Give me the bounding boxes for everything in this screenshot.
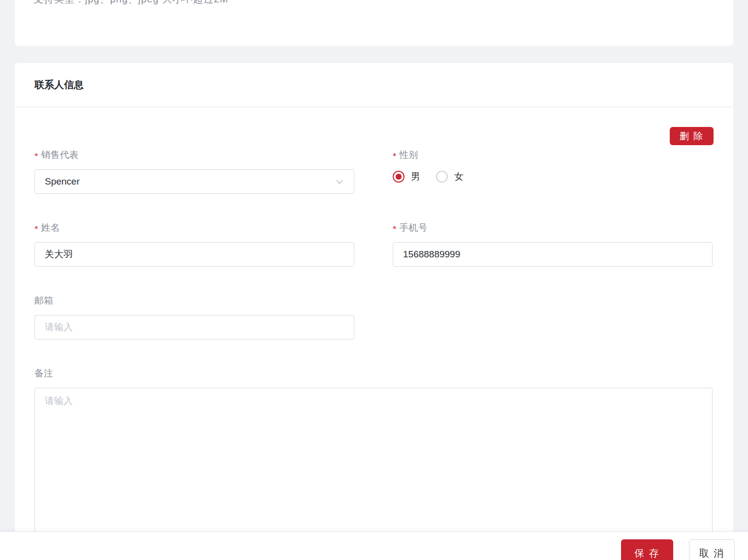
sales-rep-selected-value: Spencer [45, 176, 80, 187]
phone-label-text: 手机号 [399, 221, 427, 234]
email-label-text: 邮箱 [34, 294, 53, 307]
gender-radio-female[interactable]: 女 [436, 170, 464, 183]
contact-info-card: 联系人信息 删 除 * 销售代表 Spencer [15, 63, 733, 560]
email-input[interactable] [34, 315, 354, 340]
upload-card: 支持类型：jpg、png、jpeg 大小不超过2M [15, 0, 733, 46]
radio-unselected-icon [436, 171, 448, 183]
remark-label: 备注 [34, 368, 713, 379]
gender-radio-group: 男 女 [393, 169, 713, 184]
card-title: 联系人信息 [34, 78, 84, 92]
contact-form: * 销售代表 Spencer * [34, 149, 714, 560]
required-asterisk: * [393, 152, 396, 161]
form-item-sales-rep: * 销售代表 Spencer [34, 149, 354, 194]
card-header: 联系人信息 [15, 63, 733, 107]
form-item-name: * 姓名 [34, 222, 354, 267]
required-asterisk: * [34, 152, 38, 161]
gender-label-text: 性别 [399, 149, 418, 161]
footer-action-bar: 保 存 取 消 [0, 531, 748, 560]
form-item-phone: * 手机号 [393, 222, 713, 267]
email-label: 邮箱 [34, 295, 354, 307]
card-body: 删 除 * 销售代表 Spencer [15, 107, 733, 560]
delete-contact-button[interactable]: 删 除 [670, 127, 714, 145]
spacer [393, 295, 713, 368]
remark-label-text: 备注 [34, 367, 53, 380]
sales-rep-label-text: 销售代表 [41, 149, 78, 161]
cancel-button[interactable]: 取 消 [689, 539, 735, 560]
required-asterisk: * [393, 224, 396, 234]
name-input[interactable] [34, 242, 354, 267]
form-item-gender: * 性别 男 女 [393, 149, 713, 194]
upload-hint-text: 支持类型：jpg、png、jpeg 大小不超过2M [33, 0, 715, 4]
chevron-down-icon [335, 177, 344, 186]
gender-female-label: 女 [454, 170, 464, 183]
sales-rep-label: * 销售代表 [34, 149, 354, 161]
form-item-email: 邮箱 [34, 295, 354, 340]
gender-label: * 性别 [393, 149, 713, 161]
required-asterisk: * [34, 224, 38, 234]
sales-rep-select[interactable]: Spencer [34, 169, 354, 194]
name-label-text: 姓名 [41, 221, 60, 234]
gender-radio-male[interactable]: 男 [393, 170, 420, 183]
name-label: * 姓名 [34, 222, 354, 234]
delete-row: 删 除 [34, 127, 714, 145]
phone-label: * 手机号 [393, 222, 713, 234]
save-button[interactable]: 保 存 [621, 539, 673, 560]
phone-input[interactable] [393, 242, 713, 267]
radio-selected-icon [393, 171, 405, 183]
page: 支持类型：jpg、png、jpeg 大小不超过2M 联系人信息 删 除 * 销售… [0, 0, 748, 560]
gender-male-label: 男 [411, 170, 420, 183]
